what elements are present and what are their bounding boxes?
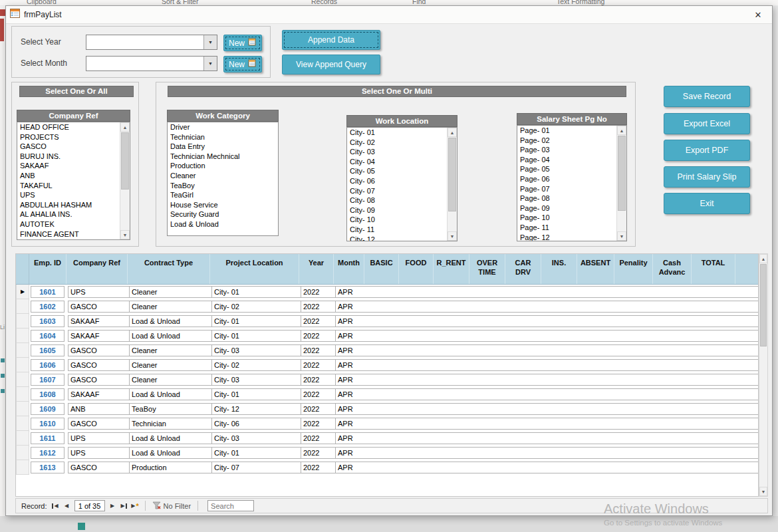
cell-box-emp-id[interactable]: 1606	[31, 359, 65, 371]
row-selector[interactable]: ▶	[16, 285, 29, 299]
company-ref-item[interactable]: BURUJ INS.	[17, 152, 120, 162]
scrollbar-track[interactable]	[759, 263, 767, 487]
cell-combo-month[interactable]: APR▼	[335, 315, 759, 327]
work-category-item[interactable]: Security Guard	[168, 209, 278, 219]
cell-box-emp-id[interactable]: 1603	[31, 315, 65, 327]
scroll-down-icon[interactable]: ▼	[759, 487, 767, 496]
cell-combo-month[interactable]: APR▼	[335, 301, 759, 313]
previous-record-button[interactable]: ◀	[61, 500, 72, 511]
company-ref-scrollbar[interactable]: ▲ ▼	[120, 122, 130, 239]
salary-sheet-pg-item[interactable]: Page- 02	[517, 136, 616, 146]
scroll-down-icon[interactable]: ▼	[617, 231, 626, 241]
month-combo[interactable]: ▼	[86, 56, 217, 71]
dropdown-arrow-icon[interactable]: ▼	[203, 57, 217, 70]
scrollbar-track[interactable]	[120, 132, 130, 230]
work-location-item[interactable]: City- 09	[347, 205, 447, 215]
cell-box-emp-id[interactable]: 1609	[31, 403, 65, 415]
work-category-item[interactable]: Data Entry	[168, 142, 278, 152]
salary-sheet-pg-item[interactable]: Page- 05	[517, 164, 616, 174]
export-excel-button[interactable]: Export Excel	[664, 113, 750, 134]
cell-combo-month[interactable]: APR▼	[335, 447, 759, 459]
cell-box-emp-id[interactable]: 1608	[31, 388, 65, 400]
scrollbar-thumb[interactable]	[121, 132, 129, 190]
cell-combo-month[interactable]: APR▼	[335, 359, 759, 371]
cell-combo-month[interactable]: APR▼	[335, 344, 759, 356]
next-record-button[interactable]: ▶	[107, 500, 118, 511]
row-selector[interactable]	[16, 314, 29, 329]
salary-sheet-pg-item[interactable]: Page- 11	[517, 223, 616, 233]
column-header-emp-id[interactable]: Emp. ID	[29, 254, 66, 284]
salary-sheet-pg-item[interactable]: Page- 12	[517, 233, 616, 241]
work-category-item[interactable]: Technician	[168, 132, 278, 142]
scrollbar-thumb[interactable]	[618, 136, 626, 211]
salary-sheet-pg-item[interactable]: Page- 03	[517, 145, 616, 155]
cell-box-emp-id[interactable]: 1602	[31, 301, 65, 313]
cell-combo-month[interactable]: APR▼	[335, 432, 759, 444]
company-ref-item[interactable]: GASCO	[17, 142, 120, 152]
column-header-food[interactable]: FOOD	[399, 254, 434, 284]
work-location-item[interactable]: City- 10	[347, 215, 447, 225]
row-selector[interactable]	[16, 460, 29, 475]
cell-combo-month[interactable]: APR▼	[335, 462, 759, 473]
row-selector[interactable]	[16, 299, 29, 314]
company-ref-item[interactable]: FINANCE AGENT	[17, 229, 120, 239]
cell-box-emp-id[interactable]: 1605	[31, 344, 65, 356]
company-ref-item[interactable]: SAKAAF	[17, 161, 120, 171]
work-location-item[interactable]: City- 07	[347, 186, 447, 196]
save-record-button[interactable]: Save Record	[664, 86, 750, 107]
new-record-button[interactable]: ▶*	[130, 500, 141, 511]
cell-combo-month[interactable]: APR▼	[335, 403, 759, 415]
work-location-item[interactable]: City- 01	[347, 128, 447, 138]
cell-combo-month[interactable]: APR▼	[335, 330, 759, 342]
work-location-scrollbar[interactable]: ▲ ▼	[447, 128, 457, 241]
column-header-contract-type[interactable]: Contract Type	[128, 254, 210, 284]
work-location-item[interactable]: City- 11	[347, 225, 447, 235]
column-header-car-drv[interactable]: CARDRV	[505, 254, 541, 284]
row-selector[interactable]	[16, 343, 29, 358]
column-header-company-ref[interactable]: Company Ref	[66, 254, 128, 284]
work-category-item[interactable]: Load & Unload	[168, 219, 278, 229]
column-header-ins[interactable]: INS.	[541, 254, 577, 284]
column-header-absent[interactable]: ABSENT	[577, 254, 614, 284]
work-location-item[interactable]: City- 08	[347, 196, 447, 205]
row-selector[interactable]	[16, 387, 29, 402]
column-header-over-time[interactable]: OVERTIME	[469, 254, 505, 284]
close-button[interactable]: ✕	[748, 10, 768, 20]
salary-sheet-pg-item[interactable]: Page- 06	[517, 174, 616, 184]
record-position-input[interactable]	[74, 500, 105, 511]
view-append-query-button[interactable]: View Append Query	[282, 55, 380, 74]
export-pdf-button[interactable]: Export PDF	[664, 140, 750, 161]
cell-box-emp-id[interactable]: 1601	[31, 286, 65, 298]
cell-combo-month[interactable]: APR▼	[335, 374, 759, 386]
titlebar[interactable]: frmPayList ✕	[6, 6, 772, 24]
salary-sheet-pg-scrollbar[interactable]: ▲ ▼	[616, 126, 626, 241]
row-selector[interactable]	[16, 372, 29, 387]
work-location-item[interactable]: City- 03	[347, 147, 447, 157]
no-filter-button[interactable]: No Filter	[150, 500, 194, 511]
company-ref-item[interactable]: UPS	[17, 190, 120, 200]
scroll-up-icon[interactable]: ▲	[759, 254, 767, 263]
salary-sheet-pg-item[interactable]: Page- 10	[517, 213, 616, 223]
work-location-item[interactable]: City- 05	[347, 166, 447, 176]
append-data-button[interactable]: Append Data	[282, 30, 380, 50]
work-location-item[interactable]: City- 02	[347, 138, 447, 148]
column-header-penality[interactable]: Penality	[614, 254, 653, 284]
company-ref-item[interactable]: AUTOTEK	[17, 219, 120, 229]
work-category-item[interactable]: Driver	[168, 122, 278, 132]
print-salary-slip-button[interactable]: Print Salary Slip	[664, 166, 750, 188]
salary-sheet-pg-item[interactable]: Page- 09	[517, 203, 616, 213]
cell-box-emp-id[interactable]: 1604	[31, 330, 65, 342]
company-ref-item[interactable]: ABDULLAH HASHAM	[17, 200, 120, 210]
column-header-total[interactable]: TOTAL	[692, 254, 735, 284]
row-selector[interactable]	[16, 446, 29, 460]
salary-sheet-pg-item[interactable]: Page- 08	[517, 194, 616, 203]
header-corner-cell[interactable]	[16, 254, 29, 284]
salary-sheet-pg-item[interactable]: Page- 04	[517, 155, 616, 165]
scrollbar-track[interactable]	[448, 137, 457, 231]
cell-box-emp-id[interactable]: 1613	[31, 462, 65, 473]
column-header-year[interactable]: Year	[299, 254, 334, 284]
exit-button[interactable]: Exit	[664, 193, 750, 214]
company-ref-item[interactable]: AL AHALIA INS.	[17, 209, 120, 219]
cell-combo-month[interactable]: APR▼	[335, 388, 759, 400]
year-combo[interactable]: ▼	[86, 35, 217, 50]
